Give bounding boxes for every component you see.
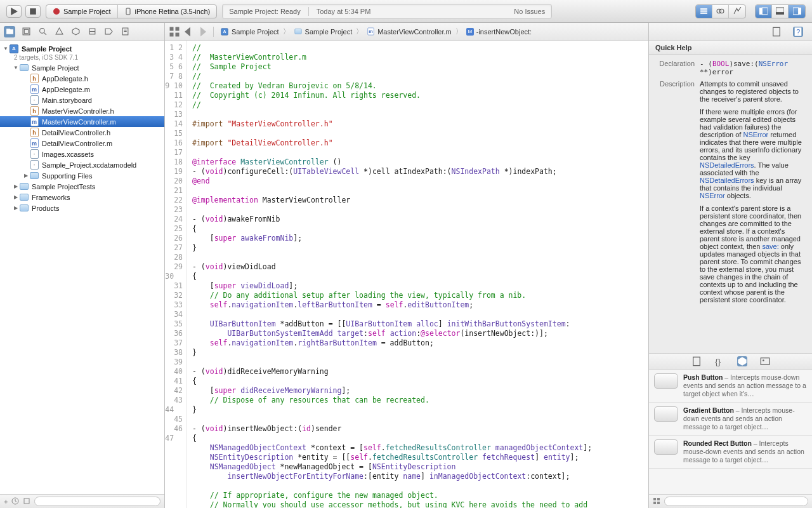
jump-symbol[interactable]: M-insertNewObject: — [465, 28, 533, 36]
description-value: Attempts to commit unsaved changes to re… — [700, 80, 806, 304]
object-library-list[interactable]: Push Button – Intercepts mouse-down even… — [649, 370, 812, 494]
issue-navigator-tab[interactable] — [53, 26, 65, 37]
tree-row[interactable]: mMasterViewController.m — [0, 116, 164, 127]
report-navigator-tab[interactable] — [119, 26, 131, 37]
svg-rect-27 — [176, 27, 180, 30]
library-filter-input[interactable] — [664, 497, 808, 506]
file-inspector-tab[interactable] — [771, 27, 782, 37]
svg-marker-31 — [200, 27, 206, 36]
test-navigator-tab[interactable] — [70, 26, 81, 37]
tree-row[interactable]: mDetailViewController.m — [0, 138, 164, 149]
find-navigator-tab[interactable] — [37, 26, 48, 37]
symbol-navigator-tab[interactable] — [20, 26, 32, 37]
tree-row[interactable]: hAppDelegate.h — [0, 73, 164, 84]
object-library-tab[interactable] — [737, 356, 747, 366]
tree-row[interactable]: ▶Products — [0, 203, 164, 213]
project-tree[interactable]: ▼ A Sample Project 2 targets, iOS SDK 7.… — [0, 41, 164, 494]
jump-project[interactable]: ASample Project — [219, 27, 280, 36]
tree-row[interactable]: mAppDelegate.m — [0, 84, 164, 95]
toggle-debug-button[interactable] — [772, 5, 789, 18]
back-button[interactable] — [183, 26, 194, 37]
svg-rect-16 — [24, 29, 29, 34]
svg-rect-40 — [657, 498, 660, 500]
declaration-value: - (BOOL)save:(NSError **)error — [700, 60, 788, 76]
svg-point-2 — [53, 8, 60, 15]
svg-rect-41 — [653, 502, 656, 504]
svg-rect-13 — [793, 8, 799, 15]
svg-rect-11 — [776, 8, 784, 13]
run-button[interactable] — [6, 5, 22, 18]
scheme-target[interactable]: Sample Project — [46, 5, 118, 18]
library-filter-bar — [649, 494, 812, 508]
toggle-navigator-button[interactable] — [756, 5, 772, 18]
library-item[interactable]: Push Button – Intercepts mouse-down even… — [649, 370, 812, 403]
toolbar: Sample Project iPhone Retina (3.5-inch) … — [0, 0, 812, 23]
svg-rect-32 — [773, 27, 780, 36]
version-editor-button[interactable] — [729, 5, 745, 18]
activity-viewer: Sample Project: Ready Today at 5:34 PM N… — [222, 4, 552, 19]
recent-filter-icon[interactable] — [11, 497, 19, 506]
code-snippet-library-tab[interactable]: {} — [714, 356, 724, 366]
debug-navigator-tab[interactable] — [86, 26, 98, 37]
jump-group[interactable]: Sample Project — [292, 28, 354, 36]
navigator-panel: ▼ A Sample Project 2 targets, iOS SDK 7.… — [0, 23, 165, 508]
svg-text:?: ? — [796, 28, 800, 36]
svg-rect-14 — [798, 8, 801, 15]
svg-rect-10 — [762, 8, 768, 15]
svg-rect-15 — [23, 28, 30, 35]
jump-file[interactable]: mMasterViewController.m — [365, 27, 453, 36]
library-thumb — [654, 439, 678, 455]
file-template-library-tab[interactable] — [691, 356, 702, 366]
svg-text:{}: {} — [715, 357, 721, 366]
standard-editor-button[interactable] — [696, 5, 712, 18]
code-area[interactable]: // // MasterViewController.m // Sample P… — [187, 41, 648, 508]
editor-mode-selector[interactable] — [695, 4, 746, 18]
library-view-icon[interactable] — [653, 497, 660, 506]
assistant-editor-button[interactable] — [712, 5, 729, 18]
library-selector: {} — [649, 353, 812, 370]
svg-rect-26 — [170, 27, 174, 30]
library-item[interactable]: Rounded Rect Button – Intercepts mouse-d… — [649, 436, 812, 469]
svg-rect-28 — [170, 32, 174, 36]
simulator-icon — [124, 8, 132, 15]
svg-rect-35 — [693, 357, 700, 365]
activity-issues: No Issues — [514, 8, 545, 15]
svg-point-38 — [763, 359, 764, 361]
source-editor[interactable]: 1 2 3 4 5 6 7 8 9 10 11 12 13 14 15 16 1… — [165, 41, 648, 508]
quick-help-tab[interactable]: ? — [793, 27, 803, 37]
navigator-filter-bar: + — [0, 494, 164, 508]
tree-row[interactable]: ·Sample_Project.xcdatamodeld — [0, 159, 164, 170]
navigator-filter-input[interactable] — [34, 497, 160, 506]
stop-button[interactable] — [25, 5, 41, 18]
toggle-utilities-button[interactable] — [789, 5, 805, 18]
navigator-selector — [0, 23, 164, 41]
tree-row[interactable]: ▶Sample ProjectTests — [0, 181, 164, 192]
svg-point-17 — [39, 29, 44, 34]
svg-rect-4 — [700, 8, 707, 10]
tree-row[interactable]: hMasterViewController.h — [0, 105, 164, 116]
scheme-selector[interactable]: Sample Project iPhone Retina (3.5-inch) — [46, 4, 217, 18]
related-items-button[interactable] — [169, 26, 180, 37]
tree-row[interactable]: hDetailViewController.h — [0, 127, 164, 138]
view-toggles[interactable] — [755, 4, 806, 18]
scheme-destination[interactable]: iPhone Retina (3.5-inch) — [118, 5, 217, 18]
project-navigator-tab[interactable] — [4, 26, 15, 37]
quick-help-body: Declaration - (BOOL)save:(NSError **)err… — [649, 55, 812, 353]
inspector-selector: ? — [649, 23, 812, 41]
line-gutter: 1 2 3 4 5 6 7 8 9 10 11 12 13 14 15 16 1… — [165, 41, 187, 508]
scm-filter-icon[interactable] — [23, 497, 30, 506]
svg-rect-42 — [657, 502, 660, 504]
tree-row[interactable]: ·Main.storyboard — [0, 95, 164, 105]
svg-rect-3 — [126, 8, 130, 15]
forward-button[interactable] — [197, 26, 208, 37]
tree-row[interactable]: ·Images.xcassets — [0, 149, 164, 159]
media-library-tab[interactable] — [760, 356, 770, 366]
tree-row[interactable]: ▶Frameworks — [0, 192, 164, 203]
tree-row[interactable]: ▶Supporting Files — [0, 170, 164, 181]
add-button[interactable]: + — [4, 498, 8, 505]
tree-project-root[interactable]: ▼ A Sample Project — [0, 43, 164, 54]
svg-rect-25 — [24, 498, 29, 504]
library-item[interactable]: Gradient Button – Intercepts mouse-down … — [649, 403, 812, 436]
breakpoint-navigator-tab[interactable] — [103, 26, 114, 37]
tree-row[interactable]: ▼Sample Project — [0, 62, 164, 73]
